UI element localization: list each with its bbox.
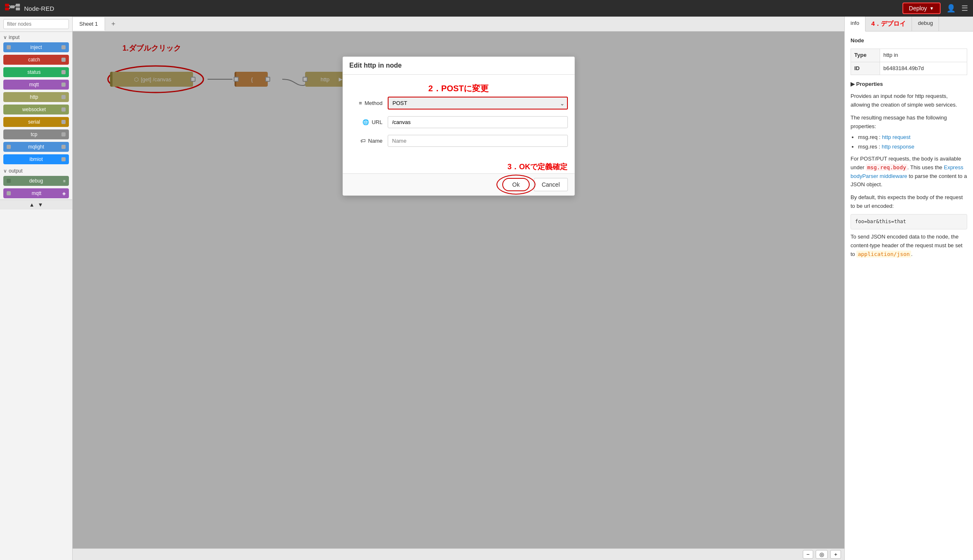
desc-2: The resulting message has the following …: [851, 114, 967, 131]
tag-icon: 🏷: [360, 138, 366, 144]
http-response-link[interactable]: http response: [882, 144, 914, 150]
menu-icon[interactable]: ☰: [961, 4, 968, 13]
svg-line-5: [15, 5, 16, 7]
port-left-icon: [7, 157, 11, 161]
debug-lines-icon: ≡: [63, 179, 66, 183]
main-layout: ∨ input inject catch status mqtt http we…: [0, 17, 973, 560]
annotation-3: 3．OKで定義確定: [507, 163, 567, 171]
nodered-logo: [5, 2, 20, 15]
user-icon[interactable]: 👤: [946, 4, 956, 13]
annotation-3-wrap: 3．OKで定義確定: [343, 162, 575, 173]
annotation-2: 2．POSTに変更: [350, 83, 568, 94]
canvas-area: Sheet 1 ＋ 1.ダブルクリック ⬡ [get] /canvas: [73, 17, 844, 560]
app-json: application/json: [856, 251, 911, 258]
edit-dialog: Edit http in node 2．POSTに変更 ≡ Method: [342, 56, 575, 196]
zoom-in-button[interactable]: +: [830, 550, 841, 559]
properties-section[interactable]: ▶ Properties: [851, 80, 967, 89]
type-value: http in: [880, 49, 967, 62]
node-section-title: Node: [851, 37, 967, 45]
tab-deploy-note[interactable]: 4．デプロイ: [865, 17, 912, 31]
dialog-overlay: Edit http in node 2．POSTに変更 ≡ Method: [73, 32, 844, 548]
dialog-body: 2．POSTに変更 ≡ Method DELETE GET: [343, 75, 575, 162]
node-info-table: Type http in ID b6483184.49b7d: [851, 49, 967, 75]
port-right-icon: [61, 132, 66, 136]
chevron-down-icon: ∨: [3, 168, 7, 174]
node-websocket[interactable]: websocket: [3, 105, 69, 114]
node-http[interactable]: http: [3, 92, 69, 102]
deploy-label: Deploy: [909, 5, 927, 12]
method-select[interactable]: DELETE GET HEAD POST PUT: [388, 97, 568, 110]
method-label: ≡ Method: [350, 100, 383, 106]
zoom-out-button[interactable]: −: [803, 550, 814, 559]
port-right-icon: [61, 107, 66, 112]
msg-req-body: msg.req.body: [866, 164, 907, 171]
id-value: b6483184.49b7d: [880, 62, 967, 75]
port-right-icon: [61, 145, 66, 149]
name-row: 🏷 Name: [350, 135, 568, 147]
node-ibmiot[interactable]: ibmiot: [3, 154, 69, 164]
search-input[interactable]: [3, 19, 69, 29]
section-output[interactable]: ∨ output: [0, 166, 72, 175]
scroll-down-icon[interactable]: ▼: [38, 202, 43, 208]
fit-button[interactable]: ◎: [816, 550, 828, 559]
node-mqtt[interactable]: mqtt: [3, 80, 69, 90]
sidebar: ∨ input inject catch status mqtt http we…: [0, 17, 73, 560]
dialog-footer: Ok Cancel: [343, 173, 575, 195]
deploy-button[interactable]: Deploy ▼: [902, 2, 941, 14]
topbar: Node-RED Deploy ▼ 👤 ☰: [0, 0, 973, 17]
tab-info[interactable]: info: [845, 17, 865, 32]
node-serial[interactable]: serial: [3, 117, 69, 127]
svg-line-4: [9, 7, 10, 9]
node-tcp[interactable]: tcp: [3, 129, 69, 139]
node-status[interactable]: status: [3, 67, 69, 77]
port-left-icon: [7, 45, 11, 49]
port-left-icon: [7, 191, 11, 195]
port-right-icon: [61, 120, 66, 124]
section-input[interactable]: ∨ input: [0, 32, 72, 41]
canvas[interactable]: 1.ダブルクリック ⬡ [get] /canvas {: [73, 32, 844, 548]
id-label: ID: [851, 62, 880, 75]
scroll-up-icon[interactable]: ▲: [29, 202, 34, 208]
svg-rect-0: [5, 4, 9, 7]
cancel-button[interactable]: Cancel: [534, 178, 568, 191]
method-row: ≡ Method DELETE GET HEAD POST PUT: [350, 97, 568, 110]
topbar-left: Node-RED: [5, 2, 54, 15]
http-request-link[interactable]: http request: [882, 134, 911, 140]
svg-rect-1: [5, 7, 9, 10]
port-right-icon: [61, 157, 66, 161]
node-catch[interactable]: catch: [3, 55, 69, 65]
sheet-tabs: Sheet 1 ＋: [73, 17, 844, 32]
name-input[interactable]: [388, 135, 568, 147]
ok-button[interactable]: Ok: [502, 178, 530, 191]
node-mqlight[interactable]: mqlight: [3, 142, 69, 152]
port-right-icon: [61, 83, 66, 87]
port-right-icon: [61, 95, 66, 99]
code-example: foo=bar&this=that: [851, 214, 967, 229]
url-row: 🌐 URL: [350, 116, 568, 128]
node-debug[interactable]: debug ≡: [3, 176, 69, 186]
url-input[interactable]: [388, 116, 568, 128]
right-panel-tabs: info 4．デプロイ debug: [845, 17, 973, 32]
node-mqtt-out[interactable]: mqtt ◈: [3, 188, 69, 198]
globe-icon: 🌐: [362, 119, 369, 125]
method-icon: ≡: [359, 100, 362, 106]
deploy-chevron: ▼: [929, 6, 934, 11]
right-panel-content: Node Type http in ID b6483184.49b7d ▶ Pr…: [845, 32, 973, 560]
desc-3: For POST/PUT requests, the body is avail…: [851, 155, 967, 189]
tab-sheet1[interactable]: Sheet 1: [73, 17, 105, 31]
node-inject[interactable]: inject: [3, 42, 69, 52]
app-title: Node-RED: [24, 5, 54, 12]
list-item: msg.req : http request: [858, 133, 967, 142]
topbar-right: Deploy ▼ 👤 ☰: [902, 2, 968, 14]
tab-add-button[interactable]: ＋: [105, 17, 122, 32]
table-row-id: ID b6483184.49b7d: [851, 62, 967, 75]
tab-debug[interactable]: debug: [912, 17, 939, 31]
dialog-header: Edit http in node: [343, 57, 575, 75]
table-row-type: Type http in: [851, 49, 967, 62]
properties-list: msg.req : http request msg.res : http re…: [858, 133, 967, 151]
port-right-icon: [61, 45, 66, 49]
desc-1: Provides an input node for http requests…: [851, 92, 967, 110]
filter-nodes-wrap: [0, 17, 72, 32]
bottom-toolbar: − ◎ +: [73, 548, 844, 560]
ok-button-wrap: Ok: [502, 178, 530, 191]
